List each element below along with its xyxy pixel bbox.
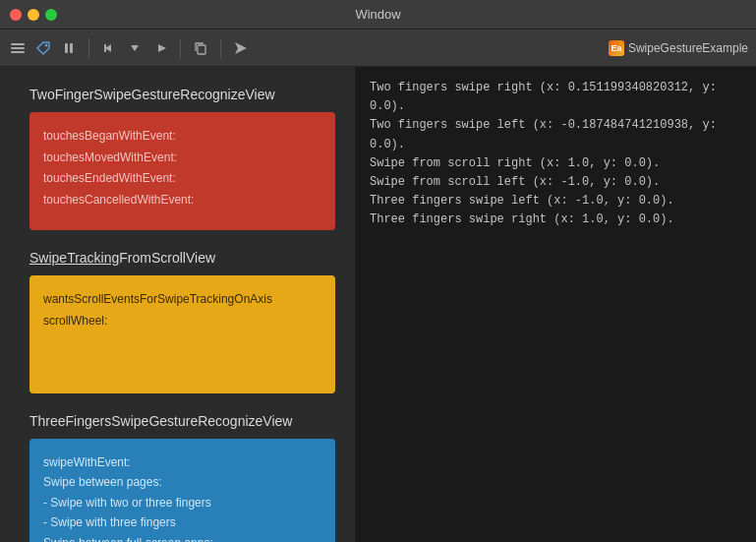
maximize-button[interactable] [45, 9, 57, 21]
blue-box-line-3: Swipe between pages: [43, 472, 321, 492]
section-three-finger: ThreeFingersSwipeGestureRecognizeView sw… [29, 413, 335, 542]
app-icon: Ea [609, 40, 624, 56]
blue-box-line-1: swipeWithEvent: [43, 452, 321, 472]
swipe-scroll-box: wantsScrollEventsForSwipeTrackingOnAxis … [29, 275, 335, 393]
console-line-5: Three fingers swipe left (x: -1.0, y: 0.… [370, 192, 742, 211]
blue-box-line-4: - Swipe with two or three fingers [43, 493, 321, 512]
svg-marker-9 [158, 44, 166, 52]
minimize-button[interactable] [28, 9, 39, 21]
section-two-finger-title: TwoFingerSwipeGestureRecognizeView [29, 87, 335, 102]
traffic-lights [10, 9, 57, 21]
console-line-6: Three fingers swipe right (x: 1.0, y: 0.… [370, 211, 742, 229]
svg-rect-1 [11, 47, 25, 49]
two-finger-box: touchesBeganWithEvent: touchesMovedWithE… [29, 112, 335, 230]
blue-box-line-5: - Swipe with three fingers [43, 512, 321, 532]
toolbar: Ea SwipeGestureExample [0, 30, 756, 67]
toolbar-app-label: Ea SwipeGestureExample [609, 40, 748, 56]
toolbar-icon-step-down[interactable] [125, 38, 145, 58]
toolbar-icon-1[interactable] [8, 38, 28, 58]
toolbar-icon-step-over[interactable] [150, 38, 170, 58]
red-box-line-4: touchesCancelledWithEvent: [43, 190, 321, 211]
console-line-3: Swipe from scroll right (x: 1.0, y: 0.0)… [370, 154, 742, 173]
window-title: Window [355, 7, 400, 22]
console-line-1: Two fingers swipe right (x: 0.1511993408… [370, 79, 742, 116]
toolbar-separator-3 [220, 38, 221, 58]
toolbar-icon-step-back[interactable] [99, 38, 119, 58]
svg-marker-11 [235, 42, 247, 54]
svg-rect-4 [65, 43, 68, 53]
app-name: SwipeGestureExample [628, 41, 748, 55]
console-line-2: Two fingers swipe left (x: -0.1874847412… [370, 116, 742, 153]
title-bar: Window [0, 0, 756, 30]
toolbar-separator-2 [180, 38, 181, 58]
yellow-box-line-1: wantsScrollEventsForSwipeTrackingOnAxis [43, 289, 321, 311]
toolbar-separator-1 [88, 38, 89, 58]
close-button[interactable] [10, 9, 22, 21]
red-box-line-3: touchesEndedWithEvent: [43, 168, 321, 190]
section-two-finger: TwoFingerSwipeGestureRecognizeView touch… [29, 87, 335, 230]
svg-rect-0 [11, 43, 25, 45]
main-content: TwoFingerSwipeGestureRecognizeView touch… [0, 67, 756, 542]
toolbar-icon-pause[interactable] [59, 38, 79, 58]
svg-rect-10 [198, 45, 205, 54]
red-box-line-1: touchesBeganWithEvent: [43, 126, 321, 148]
section-three-finger-title: ThreeFingersSwipeGestureRecognizeView [29, 413, 335, 429]
yellow-box-line-2: scrollWheel: [43, 311, 321, 332]
red-box-line-2: touchesMovedWithEvent: [43, 148, 321, 169]
toolbar-icon-copy[interactable] [191, 38, 210, 58]
svg-rect-2 [11, 51, 25, 53]
svg-point-3 [45, 43, 48, 46]
console-panel: Two fingers swipe right (x: 0.1511993408… [356, 67, 756, 542]
svg-rect-7 [104, 44, 106, 52]
left-panel: TwoFingerSwipeGestureRecognizeView touch… [0, 67, 356, 542]
three-finger-box: swipeWithEvent: Swipe between pages: - S… [29, 439, 335, 542]
toolbar-icon-location[interactable] [231, 38, 251, 58]
section-swipe-scroll-title: SwipeTrackingFromScrollView [29, 250, 335, 266]
toolbar-icon-tag[interactable] [33, 38, 53, 58]
svg-marker-8 [131, 45, 139, 51]
svg-rect-5 [70, 43, 73, 53]
console-line-4: Swipe from scroll left (x: -1.0, y: 0.0)… [370, 173, 742, 192]
blue-box-line-6: Swipe between full-screen apps: [43, 533, 321, 542]
section-swipe-scroll: SwipeTrackingFromScrollView wantsScrollE… [29, 250, 335, 393]
